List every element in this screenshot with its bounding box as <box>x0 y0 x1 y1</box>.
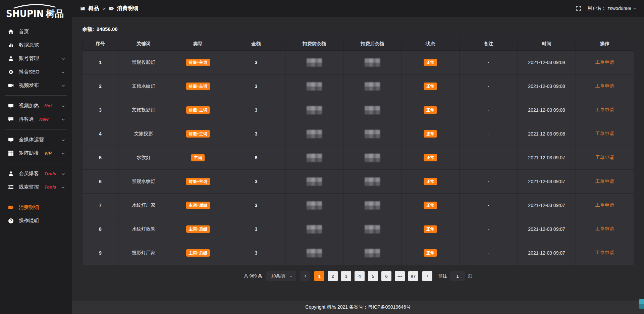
sidebar-item-operation-guide[interactable]: ?操作说明 <box>0 214 72 227</box>
sidebar-item-clue-monitor[interactable]: 线索监控Tools <box>0 180 72 194</box>
status-badge: 正常 <box>424 249 437 257</box>
top-header: 树品 > 消费明细 用户名： zswodun88 <box>72 0 644 17</box>
masked-balance <box>365 201 380 210</box>
breadcrumb-separator: > <box>103 6 105 11</box>
fullscreen-icon[interactable] <box>576 6 581 11</box>
page-jump-input[interactable] <box>450 271 465 281</box>
cell-keyword: 文旅投影 <box>118 122 169 146</box>
column-header: 时间 <box>518 37 576 51</box>
cell-time: 2021-12-03 09:07 <box>518 146 576 170</box>
sidebar-item-member-baoke[interactable]: 会员爆客Tools <box>0 167 72 180</box>
cell-balance-after <box>343 194 401 217</box>
jump-label-prefix: 前往 <box>438 273 447 279</box>
work-order-link[interactable]: 工单申请 <box>595 59 614 65</box>
cell-time: 2021-12-03 09:08 <box>518 98 576 122</box>
chevron-down-icon <box>61 56 65 61</box>
next-page-button[interactable] <box>422 271 432 281</box>
masked-balance <box>365 130 380 138</box>
page-size-select[interactable]: 10条/页 <box>266 271 296 281</box>
cell-remark: - <box>460 170 518 194</box>
prev-page-button[interactable] <box>300 271 310 281</box>
chevron-down-icon <box>61 138 65 142</box>
sidebar-item-badge: Tools <box>44 185 56 190</box>
sidebar-item-matrix-boost[interactable]: 矩阵助推VIP <box>0 146 72 160</box>
cell-index: 9 <box>83 241 118 265</box>
work-order-link[interactable]: 工单申请 <box>595 155 614 160</box>
cell-time: 2021-12-03 09:07 <box>518 170 576 194</box>
cell-balance-before <box>285 98 343 122</box>
table-row: 3文旅投影灯前缀+主词3正常-2021-12-03 09:08工单申请 <box>83 98 634 122</box>
work-order-link[interactable]: 工单申请 <box>595 226 614 231</box>
column-header: 扣费后余额 <box>343 37 401 51</box>
page-button-6[interactable]: 6 <box>381 271 391 281</box>
work-order-link[interactable]: 工单申请 <box>595 202 614 208</box>
sidebar-item-label: 全媒体运营 <box>19 137 44 143</box>
status-badge: 正常 <box>424 178 437 185</box>
masked-balance <box>365 154 380 162</box>
cell-time: 2021-12-03 09:07 <box>518 217 576 241</box>
sidebar-item-consume-detail[interactable]: 消费明细 <box>0 201 72 214</box>
sidebar-divider <box>5 129 67 129</box>
type-badge: 前缀+主词 <box>186 106 210 114</box>
cell-remark: - <box>460 74 518 98</box>
floating-widget[interactable] <box>639 299 644 309</box>
work-order-link[interactable]: 工单申请 <box>595 178 614 184</box>
page-button-4[interactable]: 4 <box>355 271 365 281</box>
page-buttons: 123456•••97 <box>314 271 418 281</box>
column-header: 类型 <box>169 37 227 51</box>
consumption-table: 序号关键词类型金额扣费前余额扣费后余额状态备注时间操作 1景观投影灯前缀+主词3… <box>82 37 634 265</box>
sidebar-item-douyin-seo[interactable]: 抖音SEO <box>0 65 72 78</box>
cell-amount: 3 <box>227 74 285 98</box>
cell-type: 主词 <box>169 146 227 170</box>
masked-balance <box>307 225 322 233</box>
cell-remark: - <box>460 217 518 241</box>
username-label: 用户名： <box>587 5 606 11</box>
sidebar-item-media-operation[interactable]: 全媒体运营 <box>0 133 72 146</box>
masked-balance <box>307 82 322 91</box>
work-order-link[interactable]: 工单申请 <box>595 250 614 255</box>
sidebar-item-video-publish[interactable]: 视频发布 <box>0 78 72 92</box>
sidebar-item-douketong[interactable]: 抖客通New <box>0 112 72 126</box>
work-order-link[interactable]: 工单申请 <box>595 107 614 112</box>
cell-balance-after <box>343 74 401 98</box>
cell-amount: 3 <box>227 98 285 122</box>
cell-remark: - <box>460 194 518 217</box>
cell-action: 工单申请 <box>576 146 634 170</box>
sidebar-item-account-manage[interactable]: 账号管理 <box>0 52 72 65</box>
home-icon <box>8 29 14 35</box>
chevron-down-icon <box>289 274 293 278</box>
page-jump: 前往 页 <box>438 271 472 281</box>
page-button-2[interactable]: 2 <box>328 271 338 281</box>
work-order-link[interactable]: 工单申请 <box>595 83 614 89</box>
sidebar-item-home[interactable]: 首页 <box>0 25 72 38</box>
sidebar-nav: 首页数据总览账号管理抖音SEO视频发布视频加热Hot抖客通New全媒体运营矩阵助… <box>0 25 72 227</box>
page-button-3[interactable]: 3 <box>341 271 351 281</box>
cell-balance-before <box>285 241 343 265</box>
type-badge: 前缀+主词 <box>186 178 210 185</box>
cell-keyword: 景观水纹灯 <box>118 170 169 194</box>
status-badge: 正常 <box>424 83 437 90</box>
cell-keyword: 投影灯厂家 <box>118 241 169 265</box>
cell-remark: - <box>460 241 518 265</box>
sidebar-item-video-heating[interactable]: 视频加热Hot <box>0 99 72 112</box>
monitor-icon <box>8 137 14 143</box>
logo-text-en: SHUPIN <box>6 8 44 19</box>
sidebar-item-data-overview[interactable]: 数据总览 <box>0 38 72 52</box>
gear-icon <box>8 69 14 75</box>
page-button-1[interactable]: 1 <box>314 271 324 281</box>
cell-balance-after <box>343 122 401 146</box>
page-button-97[interactable]: 97 <box>408 271 418 281</box>
page-ellipsis-button[interactable]: ••• <box>395 271 405 281</box>
user-icon <box>8 56 14 61</box>
breadcrumb-root[interactable]: 树品 <box>88 5 99 12</box>
cell-balance-before <box>285 146 343 170</box>
page-button-5[interactable]: 5 <box>368 271 378 281</box>
user-menu[interactable]: 用户名： zswodun88 <box>587 5 637 11</box>
table-header-row: 序号关键词类型金额扣费前余额扣费后余额状态备注时间操作 <box>83 37 634 51</box>
cell-action: 工单申请 <box>576 241 634 265</box>
sidebar-divider <box>5 95 67 96</box>
cell-balance-before <box>285 74 343 98</box>
work-order-link[interactable]: 工单申请 <box>595 131 614 136</box>
cell-action: 工单申请 <box>576 74 634 98</box>
cell-index: 2 <box>83 74 118 98</box>
